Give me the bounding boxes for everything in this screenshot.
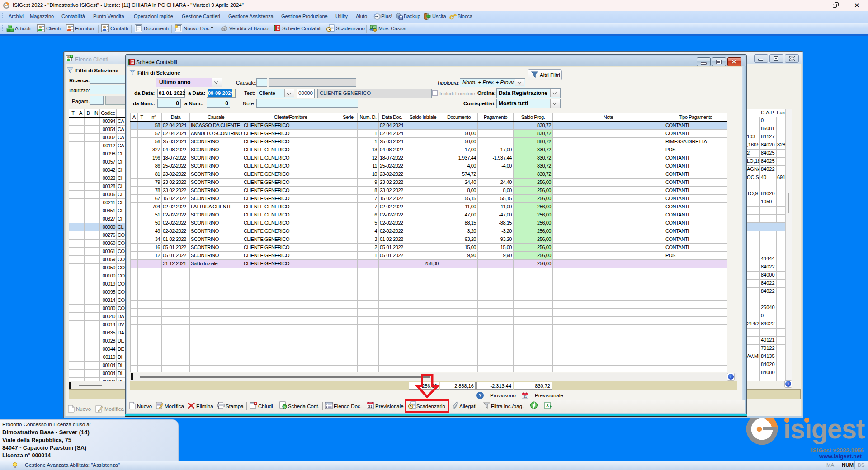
svg-text:31: 31 xyxy=(368,404,373,409)
svg-text:S: S xyxy=(132,61,133,63)
svg-text:31: 31 xyxy=(524,395,527,398)
svg-text:S: S xyxy=(277,27,279,29)
svg-text:X: X xyxy=(546,403,549,408)
